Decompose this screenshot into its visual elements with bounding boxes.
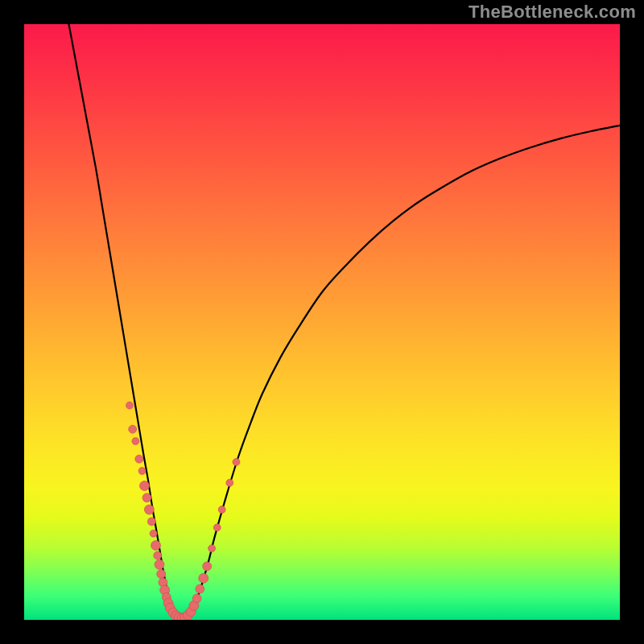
curve-marker [199, 573, 208, 583]
curve-marker [138, 468, 146, 475]
bottleneck-curve [24, 24, 620, 620]
curve-marker [218, 506, 225, 514]
curve-marker [155, 559, 164, 569]
curve-marker [132, 438, 139, 445]
curve-marker [233, 458, 240, 465]
curve-marker [157, 570, 166, 579]
curve-marker [208, 545, 216, 552]
curve-marker [196, 584, 204, 593]
curve-marker [213, 524, 221, 531]
curve-marker [192, 594, 201, 603]
curve-marker [203, 562, 212, 571]
curve-markers [126, 402, 239, 620]
curve-marker [135, 455, 143, 463]
curve-marker [150, 530, 157, 537]
curve-marker [139, 481, 149, 491]
curve-marker [147, 518, 155, 526]
curve-marker [226, 479, 233, 486]
curve-marker [126, 402, 133, 409]
curve-marker [142, 493, 151, 502]
curve-marker [151, 541, 161, 551]
watermark-text: TheBottleneck.com [469, 2, 636, 23]
curve-marker [144, 505, 154, 514]
chart-frame: TheBottleneck.com [0, 0, 644, 644]
curve-marker [154, 551, 162, 559]
curve-marker [129, 425, 137, 433]
plot-area [24, 24, 620, 620]
